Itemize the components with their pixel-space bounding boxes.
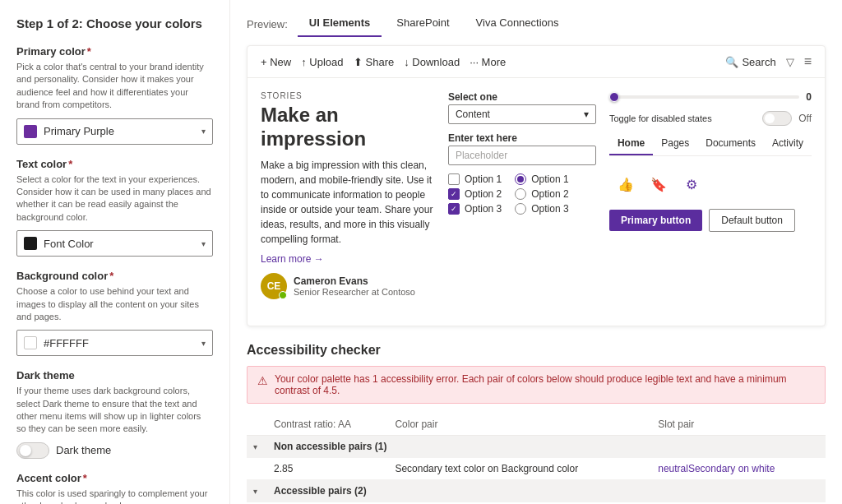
share-button[interactable]: ⬆ Share (354, 56, 395, 68)
non-accessible-row-1: 2.85 Secondary text color on Background … (247, 457, 826, 479)
share-icon: ⬆ (354, 56, 363, 68)
radio-3[interactable] (515, 203, 526, 215)
filter-icon[interactable]: ▽ (786, 56, 794, 68)
chevron-down-icon: ▾ (201, 239, 206, 248)
slider-row: 0 (609, 91, 812, 103)
dark-theme-label: Dark theme (16, 369, 213, 381)
dark-theme-toggle-row: Dark theme (16, 442, 213, 459)
text-input[interactable]: Placeholder (448, 146, 596, 165)
tab-viva-connections[interactable]: Viva Connections (465, 12, 571, 37)
radio-1[interactable] (515, 173, 526, 185)
right-panel: Preview: UI Elements SharePoint Viva Con… (230, 0, 842, 504)
headline: Make an impression (261, 104, 435, 151)
expand-icon[interactable]: ▾ (253, 487, 257, 496)
slider-track[interactable] (609, 95, 799, 99)
primary-color-dropdown[interactable]: Primary Purple ▾ (16, 118, 213, 145)
radio-option1[interactable]: Option 1 (515, 173, 568, 185)
radios-group: Option 1 Option 2 Option 3 (515, 173, 568, 215)
background-color-desc: Choose a color to use behind your text a… (16, 285, 213, 323)
checkbox-label-1: Option 1 (465, 173, 502, 185)
col-expand (247, 414, 267, 436)
nav-tab-home[interactable]: Home (609, 134, 653, 155)
person-row: CE Cameron Evans Senior Researcher at Co… (261, 273, 435, 299)
preview-middle-content: Select one Content ▾ Enter text here Pla… (448, 91, 596, 299)
text-color-label: Text color* (16, 158, 213, 170)
text-input-label: Enter text here (448, 132, 596, 144)
col-contrast: Contrast ratio: AA (267, 414, 388, 436)
step-title: Step 1 of 2: Choose your colors (16, 16, 213, 30)
radio-option2[interactable]: Option 2 (515, 188, 568, 200)
checkbox-1[interactable] (448, 173, 460, 185)
preview-far-right-content: 0 Toggle for disabled states Off Home (609, 91, 812, 299)
radio-label-1: Option 1 (531, 173, 568, 185)
text-color-section: Text color* Select a color for the text … (16, 158, 213, 257)
avatar: CE (261, 273, 287, 299)
primary-color-value: Primary Purple (44, 125, 114, 137)
checkbox-2[interactable]: ✓ (448, 188, 460, 200)
accent-color-label: Accent color* (16, 472, 213, 484)
expand-icon[interactable]: ▾ (253, 442, 257, 451)
text-color-dropdown[interactable]: Font Color ▾ (16, 230, 213, 257)
left-panel: Step 1 of 2: Choose your colors Primary … (0, 0, 230, 504)
background-color-section: Background color* Choose a color to use … (16, 270, 213, 356)
slider-value: 0 (806, 91, 812, 103)
learn-more-link[interactable]: Learn more → (261, 253, 435, 265)
radio-option3[interactable]: Option 3 (515, 203, 568, 215)
checkbox-option1[interactable]: Option 1 (448, 173, 502, 185)
accessibility-title: Accessibility checker (247, 343, 826, 358)
chevron-down-icon: ▾ (201, 127, 206, 136)
primary-color-swatch (24, 125, 37, 138)
new-button[interactable]: + New (261, 56, 291, 68)
toggle-disabled-row: Toggle for disabled states Off (609, 111, 812, 126)
radio-2[interactable] (515, 188, 526, 200)
tab-sharepoint[interactable]: SharePoint (385, 12, 460, 37)
toggle-knob (20, 445, 31, 456)
icon-row: 👍 🔖 ⚙ (609, 171, 812, 197)
preview-label: Preview: (247, 18, 288, 30)
background-color-label: Background color* (16, 270, 213, 282)
nav-tab-documents[interactable]: Documents (697, 134, 764, 155)
tab-ui-elements[interactable]: UI Elements (298, 12, 382, 37)
download-button[interactable]: ↓ Download (404, 56, 460, 68)
non-accessible-label: Non accessible pairs (1) (267, 435, 826, 457)
nav-tab-pages[interactable]: Pages (653, 134, 697, 155)
primary-color-label: Primary color* (16, 45, 213, 58)
toggle-mini-knob (765, 113, 775, 123)
checkbox-option3[interactable]: ✓ Option 3 (448, 203, 502, 215)
stories-label: STORIES (261, 91, 435, 100)
search-icon: 🔍 (725, 56, 738, 68)
presence-badge (279, 291, 287, 299)
toggle-off-label: Off (798, 113, 812, 124)
select-dropdown[interactable]: Content ▾ (448, 104, 596, 124)
dark-theme-section: Dark theme If your theme uses dark backg… (16, 369, 213, 459)
col-slot-pair: Slot pair (651, 414, 826, 436)
accessible-section-row: ▾ Accessible pairs (2) (247, 479, 826, 502)
person-name: Cameron Evans (294, 275, 415, 287)
nav-tab-activity[interactable]: Activity (764, 134, 812, 155)
accessible-label: Accessible pairs (2) (267, 479, 826, 502)
col-color-pair: Color pair (388, 414, 651, 436)
background-color-dropdown[interactable]: #FFFFFF ▾ (16, 330, 213, 356)
thumbs-up-icon[interactable]: 👍 (616, 174, 636, 194)
settings-icon[interactable]: ⚙ (682, 174, 701, 194)
accessibility-warning: ⚠ Your color palette has 1 accessibility… (247, 366, 826, 404)
more-button[interactable]: ··· More (470, 56, 506, 68)
search-button[interactable]: 🔍 Search (725, 56, 775, 68)
person-title: Senior Researcher at Contoso (294, 287, 415, 297)
accent-color-section: Accent color* This color is used sparing… (16, 472, 213, 504)
dark-theme-toggle[interactable] (16, 442, 49, 459)
checkboxes-group: Option 1 ✓ Option 2 ✓ Option 3 (448, 173, 502, 215)
default-button[interactable]: Default button (709, 209, 795, 232)
bookmark-icon[interactable]: 🔖 (649, 174, 669, 194)
accessibility-section: Accessibility checker ⚠ Your color palet… (247, 343, 826, 504)
menu-icon[interactable]: ≡ (804, 54, 812, 69)
accent-color-desc: This color is used sparingly to compleme… (16, 488, 213, 504)
accessibility-table: Contrast ratio: AA Color pair Slot pair … (247, 414, 826, 504)
background-color-swatch (24, 336, 37, 349)
checkbox-3[interactable]: ✓ (448, 203, 460, 215)
upload-button[interactable]: ↑ Upload (301, 56, 343, 68)
checkbox-option2[interactable]: ✓ Option 2 (448, 188, 502, 200)
toggle-disabled[interactable] (762, 111, 792, 126)
primary-button[interactable]: Primary button (609, 210, 702, 231)
checkbox-label-2: Option 2 (465, 188, 502, 200)
